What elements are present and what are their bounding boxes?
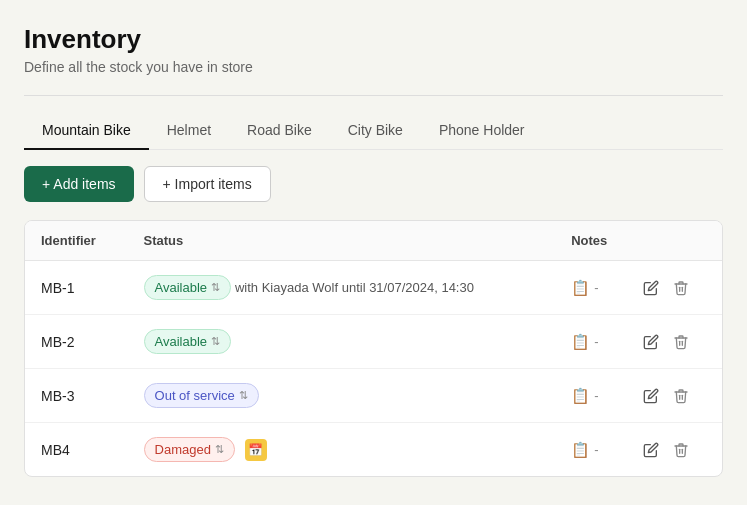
import-items-button[interactable]: + Import items xyxy=(144,166,271,202)
tab-helmet[interactable]: Helmet xyxy=(149,112,229,150)
notes-icon: 📋 xyxy=(571,333,590,351)
col-header-identifier: Identifier xyxy=(25,221,128,261)
note-dash: - xyxy=(594,334,598,349)
status-badge[interactable]: Damaged ⇅ xyxy=(144,437,235,462)
tab-bar: Mountain Bike Helmet Road Bike City Bike… xyxy=(24,112,723,150)
notes-icon: 📋 xyxy=(571,279,590,297)
cell-identifier: MB-2 xyxy=(25,315,128,369)
inventory-table: Identifier Status Notes MB-1 Available ⇅… xyxy=(25,221,722,476)
note-dash: - xyxy=(594,388,598,403)
delete-button[interactable] xyxy=(671,440,691,460)
edit-button[interactable] xyxy=(641,332,661,352)
tab-phone-holder[interactable]: Phone Holder xyxy=(421,112,543,150)
note-dash: - xyxy=(594,280,598,295)
edit-button[interactable] xyxy=(641,278,661,298)
cell-notes: 📋 - xyxy=(555,315,625,369)
delete-button[interactable] xyxy=(671,386,691,406)
page-title: Inventory xyxy=(24,24,723,55)
status-badge[interactable]: Out of service ⇅ xyxy=(144,383,259,408)
inventory-table-container: Identifier Status Notes MB-1 Available ⇅… xyxy=(24,220,723,477)
cell-actions xyxy=(625,369,722,423)
calendar-icon[interactable]: 📅 xyxy=(245,439,267,461)
status-chevron-icon: ⇅ xyxy=(239,389,248,402)
tab-city-bike[interactable]: City Bike xyxy=(330,112,421,150)
edit-button[interactable] xyxy=(641,386,661,406)
status-chevron-icon: ⇅ xyxy=(211,335,220,348)
cell-status: Damaged ⇅ 📅 xyxy=(128,423,556,477)
cell-status: Out of service ⇅ xyxy=(128,369,556,423)
notes-icon: 📋 xyxy=(571,387,590,405)
col-header-status: Status xyxy=(128,221,556,261)
delete-button[interactable] xyxy=(671,278,691,298)
add-items-button[interactable]: + Add items xyxy=(24,166,134,202)
cell-notes: 📋 - xyxy=(555,423,625,477)
note-text: with Kiayada Wolf until 31/07/2024, 14:3… xyxy=(235,280,474,295)
notes-icon: 📋 xyxy=(571,441,590,459)
status-chevron-icon: ⇅ xyxy=(211,281,220,294)
table-row: MB4 Damaged ⇅ 📅 📋 - xyxy=(25,423,722,477)
divider xyxy=(24,95,723,96)
note-dash: - xyxy=(594,442,598,457)
cell-status: Available ⇅ xyxy=(128,315,556,369)
cell-identifier: MB-1 xyxy=(25,261,128,315)
page-subtitle: Define all the stock you have in store xyxy=(24,59,723,75)
cell-actions xyxy=(625,261,722,315)
status-badge[interactable]: Available ⇅ xyxy=(144,329,232,354)
col-header-notes: Notes xyxy=(555,221,722,261)
table-row: MB-3 Out of service ⇅ 📋 - xyxy=(25,369,722,423)
status-chevron-icon: ⇅ xyxy=(215,443,224,456)
tab-road-bike[interactable]: Road Bike xyxy=(229,112,330,150)
cell-identifier: MB-3 xyxy=(25,369,128,423)
cell-notes: 📋 - xyxy=(555,261,625,315)
status-badge[interactable]: Available ⇅ xyxy=(144,275,232,300)
table-row: MB-1 Available ⇅ with Kiayada Wolf until… xyxy=(25,261,722,315)
tab-mountain-bike[interactable]: Mountain Bike xyxy=(24,112,149,150)
action-bar: + Add items + Import items xyxy=(24,166,723,202)
cell-identifier: MB4 xyxy=(25,423,128,477)
table-row: MB-2 Available ⇅ 📋 - xyxy=(25,315,722,369)
cell-notes: 📋 - xyxy=(555,369,625,423)
delete-button[interactable] xyxy=(671,332,691,352)
cell-actions xyxy=(625,315,722,369)
table-header-row: Identifier Status Notes xyxy=(25,221,722,261)
edit-button[interactable] xyxy=(641,440,661,460)
cell-status: Available ⇅ with Kiayada Wolf until 31/0… xyxy=(128,261,556,315)
cell-actions xyxy=(625,423,722,477)
